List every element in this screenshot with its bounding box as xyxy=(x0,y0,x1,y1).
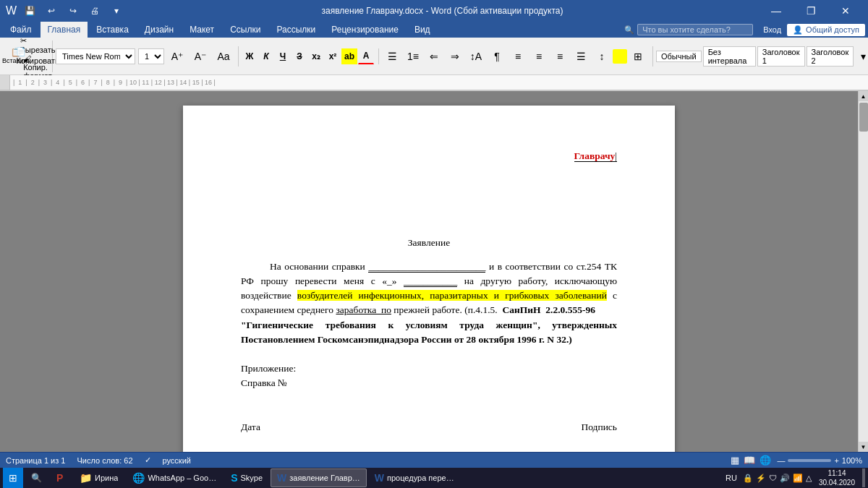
body-paragraph: На основании справки ___________________… xyxy=(241,260,617,348)
taskbar-item-skype[interactable]: S Skype xyxy=(224,468,269,487)
tab-view[interactable]: Вид xyxy=(407,22,438,38)
show-hidden-icons[interactable]: △ xyxy=(806,474,812,483)
clock[interactable]: 11:14 30.04.2020 xyxy=(814,468,859,487)
close-button[interactable]: ✕ xyxy=(829,0,862,22)
clipboard-group: 📋Вставить ✂ Вырезать 📄 Копировать 🖌 Копи… xyxy=(6,40,53,72)
status-bar: Страница 1 из 1 Число слов: 62 ✓ русский… xyxy=(0,452,868,468)
format-painter-button[interactable]: 🖌 Копир. формат xyxy=(27,62,48,72)
bullets-button[interactable]: ☰ xyxy=(382,46,402,67)
clear-format-button[interactable]: Aa xyxy=(213,46,234,67)
increase-indent-button[interactable]: ⇒ xyxy=(445,46,465,67)
signin-button[interactable]: Вход xyxy=(763,25,781,34)
taskbar-item-word2[interactable]: W процедура пере… xyxy=(368,468,461,487)
minimize-button[interactable]: — xyxy=(760,0,793,22)
style-no-spacing[interactable]: Без интервала xyxy=(703,46,756,67)
taskbar-item-whatsapp[interactable]: 🌐 WhatsApp – Goo… xyxy=(126,468,223,487)
align-center-button[interactable]: ≡ xyxy=(529,46,549,67)
ribbon-search-input[interactable] xyxy=(637,24,753,35)
bold-button[interactable]: Ж xyxy=(242,48,258,64)
zoom-in-button[interactable]: + xyxy=(834,456,838,465)
subscript-button[interactable]: x₂ xyxy=(308,48,324,64)
web-layout-icon[interactable]: 🌐 xyxy=(760,455,771,466)
font-color-button[interactable]: А xyxy=(358,48,374,64)
tab-insert[interactable]: Вставка xyxy=(89,22,136,38)
qat-redo[interactable]: ↪ xyxy=(64,2,82,20)
justify-button[interactable]: ☰ xyxy=(571,46,591,67)
taskbar-item-search[interactable]: 🔍 xyxy=(25,468,48,487)
language-indicator[interactable]: русский xyxy=(163,456,191,465)
underlined-text: заработка по xyxy=(336,304,391,315)
share-button[interactable]: 👤 Общий доступ xyxy=(787,24,865,36)
style-normal[interactable]: Обычный xyxy=(656,51,702,62)
taskbar-item-ppt[interactable]: P xyxy=(50,468,72,487)
signature-label: Подпись xyxy=(581,420,617,435)
format-group: Ж К Ч З x₂ x² ab А xyxy=(242,48,379,64)
sort-button[interactable]: ↕A xyxy=(466,46,486,67)
underline-button[interactable]: Ч xyxy=(275,48,291,64)
scroll-up-button[interactable]: ▲ xyxy=(859,91,869,101)
align-right-button[interactable]: ≡ xyxy=(550,46,570,67)
search-taskbar-icon: 🔍 xyxy=(31,473,42,483)
border-button[interactable]: ⊞ xyxy=(628,46,648,67)
right-scrollbar[interactable]: ▲ ▼ xyxy=(858,91,868,452)
taskbar-whatsapp-label: WhatsApp – Goo… xyxy=(148,474,216,482)
recipient-text: Главрачу xyxy=(574,150,617,162)
zoom-slider[interactable] xyxy=(788,459,831,462)
italic-button[interactable]: К xyxy=(258,48,274,64)
system-tray: 🔒 ⚡ 🛡 🔊 📶 △ xyxy=(743,474,812,483)
print-layout-icon[interactable]: ▦ xyxy=(731,455,739,466)
decrease-indent-button[interactable]: ⇐ xyxy=(424,46,444,67)
tray-icon-4: 🔊 xyxy=(780,474,790,483)
ribbon: Файл Главная Вставка Дизайн Макет Ссылки… xyxy=(0,22,868,38)
restore-button[interactable]: ❐ xyxy=(794,0,827,22)
increase-font-button[interactable]: A⁺ xyxy=(167,46,187,67)
taskbar-lang[interactable]: RU xyxy=(723,472,740,484)
decrease-font-button[interactable]: A⁻ xyxy=(190,46,210,67)
zoom-out-button[interactable]: — xyxy=(777,456,785,465)
highlight-button[interactable]: ab xyxy=(341,48,357,64)
appendix-item: Справка № xyxy=(241,376,617,390)
document-scroll-area[interactable]: Главрачу Заявление На основании справки … xyxy=(0,91,858,452)
shading-button[interactable] xyxy=(613,49,627,64)
font-size-select[interactable]: 12 xyxy=(138,48,164,64)
appendix-label: Приложение: xyxy=(241,361,617,376)
qat-dropdown[interactable]: ▾ xyxy=(108,2,125,20)
tray-icon-3: 🛡 xyxy=(769,474,777,482)
tab-review[interactable]: Рецензирование xyxy=(324,22,406,38)
taskbar-right: RU 🔒 ⚡ 🛡 🔊 📶 △ 11:14 30.04.2020 xyxy=(723,468,865,487)
scroll-thumb[interactable] xyxy=(859,103,868,132)
qat-print[interactable]: 🖨 xyxy=(86,2,103,20)
read-mode-icon[interactable]: 📖 xyxy=(744,455,755,466)
tab-home[interactable]: Главная xyxy=(41,22,88,38)
show-desktop-button[interactable] xyxy=(862,468,865,487)
document-body: На основании справки ___________________… xyxy=(241,260,617,348)
highlighted-text: возбудителей инфекционных, паразитарных … xyxy=(297,290,607,301)
qat-undo[interactable]: ↩ xyxy=(43,2,60,20)
tab-references[interactable]: Ссылки xyxy=(223,22,268,38)
tab-file[interactable]: Файл xyxy=(3,22,39,38)
line-spacing-button[interactable]: ↕ xyxy=(592,46,612,67)
numbering-button[interactable]: 1≡ xyxy=(403,46,423,67)
tab-mailings[interactable]: Рассылки xyxy=(269,22,323,38)
show-marks-button[interactable]: ¶ xyxy=(487,46,507,67)
style-h1[interactable]: Заголовок 1 xyxy=(757,46,805,67)
taskbar-item-explorer[interactable]: 📁 Ирина xyxy=(73,468,124,487)
title-left: W 💾 ↩ ↪ 🖨 ▾ xyxy=(6,2,125,20)
style-h2[interactable]: Заголовок 2 xyxy=(807,46,854,67)
superscript-button[interactable]: x² xyxy=(325,48,341,64)
tab-layout[interactable]: Макет xyxy=(182,22,221,38)
align-left-button[interactable]: ≡ xyxy=(508,46,528,67)
date-display: 30.04.2020 xyxy=(819,478,855,487)
explorer-icon: 📁 xyxy=(80,472,92,484)
tray-icon-1: 🔒 xyxy=(743,474,753,483)
styles-more-button[interactable]: ▾ xyxy=(855,46,868,67)
scroll-down-button[interactable]: ▼ xyxy=(859,442,869,452)
word-logo-icon: W xyxy=(6,4,17,17)
tab-design[interactable]: Дизайн xyxy=(137,22,181,38)
start-button[interactable]: ⊞ xyxy=(3,468,23,488)
document-heading: Заявление xyxy=(241,236,617,250)
taskbar-item-word1[interactable]: W заявление Главр… xyxy=(271,468,367,487)
strikethrough-button[interactable]: З xyxy=(292,48,307,64)
font-family-select[interactable]: Times New Roman xyxy=(56,48,135,64)
qat-save[interactable]: 💾 xyxy=(21,2,38,20)
